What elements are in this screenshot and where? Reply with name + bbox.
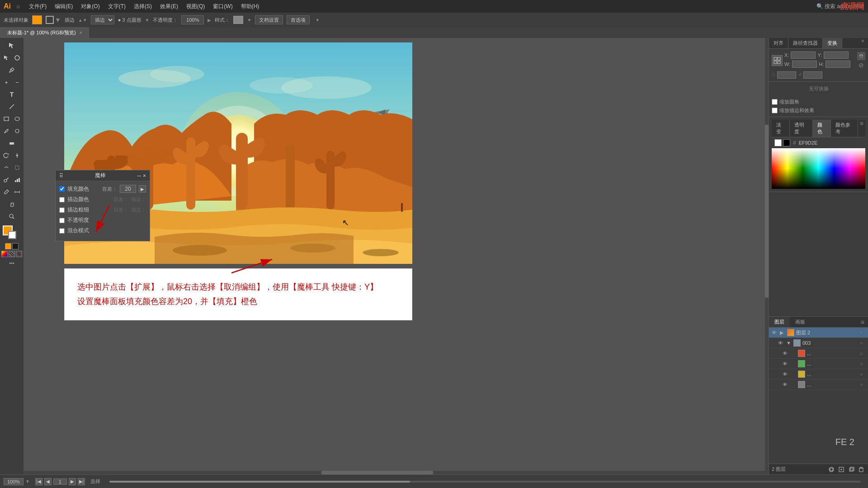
- background-swatch[interactable]: [8, 231, 16, 239]
- add-anchor-tool[interactable]: +: [1, 76, 11, 88]
- menu-type[interactable]: 文字(T): [104, 2, 129, 11]
- layer-003-expand-icon[interactable]: ▼: [786, 340, 792, 346]
- blend-mode-checkbox[interactable]: [59, 228, 65, 234]
- x-input[interactable]: [791, 52, 816, 59]
- menu-object[interactable]: 对象(O): [77, 2, 103, 11]
- panel-close-btn[interactable]: ×: [143, 173, 146, 179]
- delete-layer-btn[interactable]: [857, 465, 865, 474]
- menu-window[interactable]: 窗口(W): [209, 2, 236, 11]
- layer-green-target[interactable]: ○: [860, 361, 865, 366]
- tab-gradient[interactable]: 淡变: [772, 120, 790, 137]
- pattern-icon[interactable]: [9, 251, 15, 257]
- free-transform-tool[interactable]: [12, 162, 22, 174]
- layers-menu-btn[interactable]: ≡: [861, 319, 868, 326]
- last-page-btn[interactable]: ▶|: [78, 478, 85, 485]
- make-clipping-mask-btn[interactable]: [827, 465, 835, 474]
- paintbrush-tool[interactable]: [1, 125, 11, 137]
- extra-tools-btn[interactable]: •••: [4, 259, 20, 267]
- menu-select[interactable]: 选择(S): [130, 2, 156, 11]
- first-page-btn[interactable]: |◀: [35, 478, 42, 485]
- fill-color-checkbox[interactable]: [59, 186, 65, 192]
- layer-gray-vis[interactable]: 👁: [783, 382, 789, 387]
- layer-2-expand-icon[interactable]: ▶: [780, 330, 785, 336]
- layer-003-target[interactable]: ○: [860, 340, 865, 346]
- doc-tab[interactable]: 未标题-1* @ 100% (RGB/预览) ×: [0, 27, 90, 38]
- panel-close-x[interactable]: ×: [858, 38, 868, 48]
- fill-tolerance-increase-btn[interactable]: ▶: [139, 185, 146, 192]
- tab-artboards[interactable]: 画板: [790, 317, 811, 327]
- symbol-sprayer-tool[interactable]: [1, 174, 11, 186]
- warp-tool[interactable]: [1, 162, 11, 174]
- stroke-expand-icon[interactable]: ▼: [55, 16, 61, 23]
- tab-close-btn[interactable]: ×: [80, 30, 82, 35]
- direct-select-tool[interactable]: [1, 52, 11, 64]
- ellipse-tool[interactable]: [12, 113, 22, 125]
- tab-color[interactable]: 颜色: [813, 120, 831, 137]
- layer-yellow-vis[interactable]: 👁: [783, 371, 789, 377]
- vertical-scrollbar[interactable]: [765, 38, 769, 471]
- type-tool[interactable]: T: [2, 89, 22, 100]
- column-graph-tool[interactable]: [12, 174, 22, 186]
- layer-green-vis[interactable]: 👁: [783, 361, 789, 366]
- layer-item-gray[interactable]: 👁 ... ○: [769, 380, 868, 390]
- layer-2-target[interactable]: ○: [860, 330, 865, 335]
- reflect-tool[interactable]: [12, 150, 22, 161]
- fill-tolerance-input[interactable]: [120, 185, 136, 193]
- white-swatch[interactable]: [774, 139, 782, 146]
- brush-expand-icon[interactable]: ▲▼: [78, 18, 87, 23]
- doc-settings-btn[interactable]: 文档设置: [255, 15, 283, 24]
- menu-effect[interactable]: 效果(E): [156, 2, 182, 11]
- shear-input[interactable]: [803, 71, 822, 79]
- layer-item-003[interactable]: 👁 ▼ 003 ○: [769, 338, 868, 348]
- blob-brush-tool[interactable]: [12, 125, 22, 137]
- stroke-color-checkbox[interactable]: [59, 197, 65, 202]
- progress-thumb[interactable]: [109, 481, 410, 483]
- measure-tool[interactable]: [12, 186, 22, 198]
- tab-color-guide[interactable]: 颜色参考: [831, 120, 858, 137]
- color-panel-menu[interactable]: ≡: [858, 120, 865, 137]
- style-expand[interactable]: ▼: [247, 18, 251, 23]
- eraser-tool[interactable]: [2, 137, 22, 149]
- style-swatch[interactable]: [233, 16, 243, 24]
- w-input[interactable]: [792, 61, 817, 68]
- v-scrollbar-thumb[interactable]: [765, 125, 769, 298]
- layer-red-vis[interactable]: 👁: [783, 351, 789, 356]
- none-icon[interactable]: [16, 251, 22, 257]
- layer-item-yellow[interactable]: 👁 ... ○: [769, 369, 868, 380]
- line-tool[interactable]: [2, 101, 22, 113]
- fill-color-swatch[interactable]: [32, 15, 42, 24]
- scale-stroke-checkbox[interactable]: [772, 108, 778, 113]
- selection-tool[interactable]: [2, 40, 22, 52]
- new-layer-btn[interactable]: [847, 465, 855, 474]
- hand-tool[interactable]: [2, 198, 22, 210]
- layer-item-red[interactable]: 👁 ... ○: [769, 348, 868, 359]
- zoom-dropdown-icon[interactable]: ▼: [25, 479, 30, 484]
- opacity-input[interactable]: 100%: [181, 15, 204, 24]
- menu-help[interactable]: 帮助(H): [237, 2, 263, 11]
- y-input[interactable]: [824, 52, 849, 59]
- panel-minimize-btn[interactable]: ─: [137, 173, 141, 179]
- preferences-btn[interactable]: 首选项: [287, 15, 310, 24]
- prev-page-btn[interactable]: ◀: [44, 478, 52, 485]
- menu-edit[interactable]: 编辑(E): [51, 2, 76, 11]
- horizontal-scrollbar[interactable]: [24, 471, 769, 474]
- zoom-input[interactable]: [4, 478, 24, 485]
- tab-pathfinder[interactable]: 路径查找器: [788, 38, 823, 48]
- layer-red-target[interactable]: ○: [860, 351, 865, 356]
- h-scrollbar-thumb[interactable]: [321, 471, 433, 474]
- rotate-tool[interactable]: [1, 150, 11, 161]
- eyedropper-tool[interactable]: [1, 186, 11, 198]
- pen-tool[interactable]: [2, 64, 22, 76]
- brush-select[interactable]: 插边: [91, 15, 114, 24]
- scale-corners-checkbox[interactable]: [772, 99, 778, 105]
- home-icon[interactable]: ⌂: [14, 2, 23, 11]
- menu-file[interactable]: 文件(F): [25, 2, 50, 11]
- tab-transparency[interactable]: 透明度: [790, 120, 812, 137]
- stroke-swatch[interactable]: [46, 16, 54, 24]
- page-input[interactable]: [53, 479, 67, 485]
- points-expand[interactable]: ▼: [145, 18, 150, 23]
- lasso-tool[interactable]: [12, 52, 22, 64]
- gradient-icon[interactable]: [1, 251, 8, 257]
- h-input[interactable]: [826, 61, 850, 68]
- link-wh-btn[interactable]: [857, 52, 865, 60]
